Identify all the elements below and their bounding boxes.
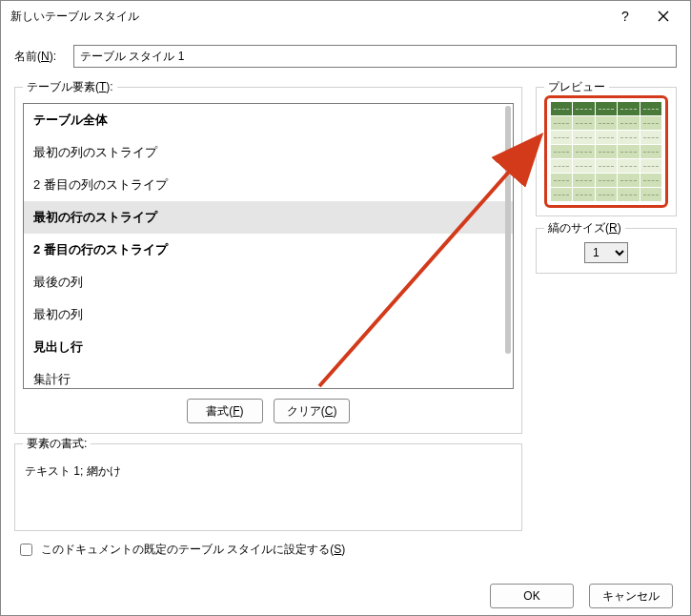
clear-button[interactable]: クリア(C) bbox=[274, 399, 350, 423]
scrollbar[interactable] bbox=[505, 106, 511, 354]
dialog-title: 新しいテーブル スタイル bbox=[10, 9, 606, 25]
list-item[interactable]: テーブル全体 bbox=[24, 104, 513, 136]
list-item[interactable]: 最後の列 bbox=[24, 266, 513, 298]
default-style-label[interactable]: このドキュメントの既定のテーブル スタイルに設定する(S) bbox=[41, 542, 345, 558]
cancel-button[interactable]: キャンセル bbox=[589, 584, 673, 608]
element-format-group: 要素の書式: テキスト 1; 網かけ bbox=[14, 443, 522, 531]
list-item[interactable]: 集計行 bbox=[24, 363, 513, 389]
titlebar: 新しいテーブル スタイル ? bbox=[1, 1, 690, 31]
main-row: テーブル要素(T): テーブル全体 最初の列のストライプ 2 番目の列のストライ… bbox=[14, 81, 677, 531]
list-item[interactable]: 2 番目の列のストライプ bbox=[24, 169, 513, 201]
elements-listbox[interactable]: テーブル全体 最初の列のストライプ 2 番目の列のストライプ 最初の行のストライ… bbox=[23, 103, 514, 389]
name-input[interactable] bbox=[73, 45, 677, 68]
format-legend: 要素の書式: bbox=[23, 436, 91, 452]
elements-legend: テーブル要素(T): bbox=[23, 79, 117, 95]
stripe-size-group: 縞のサイズ(R) 1 bbox=[536, 228, 677, 274]
ok-button[interactable]: OK bbox=[490, 584, 574, 608]
list-item[interactable]: 2 番目の行のストライプ bbox=[24, 234, 513, 266]
table-elements-group: テーブル要素(T): テーブル全体 最初の列のストライプ 2 番目の列のストライ… bbox=[14, 87, 522, 434]
stripe-size-select[interactable]: 1 bbox=[584, 242, 628, 263]
preview-legend: プレビュー bbox=[544, 79, 609, 95]
format-button[interactable]: 書式(F) bbox=[187, 399, 263, 423]
preview-group: プレビュー bbox=[536, 87, 677, 216]
name-label: 名前(N): bbox=[14, 49, 73, 65]
help-button[interactable]: ? bbox=[606, 3, 644, 30]
close-icon bbox=[658, 10, 669, 22]
list-item[interactable]: 最初の行のストライプ bbox=[24, 201, 513, 234]
format-text: テキスト 1; 網かけ bbox=[23, 460, 514, 483]
right-column: プレビュー bbox=[536, 81, 677, 531]
close-button[interactable] bbox=[644, 3, 682, 30]
stripe-size-legend: 縞のサイズ(R) bbox=[544, 220, 625, 236]
preview-table bbox=[550, 101, 662, 202]
list-item[interactable]: 最初の列のストライプ bbox=[24, 136, 513, 169]
dialog-footer: OK キャンセル bbox=[1, 576, 690, 616]
default-style-checkbox[interactable] bbox=[20, 544, 32, 556]
preview-highlight bbox=[544, 95, 668, 208]
list-item[interactable]: 見出し行 bbox=[24, 331, 513, 363]
list-item[interactable]: 最初の列 bbox=[24, 298, 513, 331]
left-column: テーブル要素(T): テーブル全体 最初の列のストライプ 2 番目の列のストライ… bbox=[14, 81, 522, 531]
dialog-content: 名前(N): テーブル要素(T): テーブル全体 最初の列のストライプ 2 番目… bbox=[1, 31, 690, 576]
name-row: 名前(N): bbox=[14, 45, 677, 68]
default-style-row: このドキュメントの既定のテーブル スタイルに設定する(S) bbox=[16, 541, 677, 559]
elements-buttons: 書式(F) クリア(C) bbox=[23, 399, 514, 423]
